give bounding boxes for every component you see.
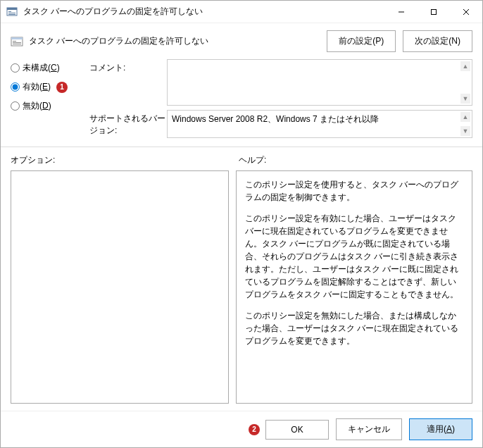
- nav-buttons: 前の設定(P) 次の設定(N): [327, 30, 472, 52]
- svg-rect-1: [7, 8, 17, 10]
- app-icon: [6, 6, 18, 18]
- version-value: Windows Server 2008 R2、Windows 7 またはそれ以降: [172, 114, 379, 124]
- svg-rect-6: [432, 9, 437, 14]
- annotation-badge-1: 1: [56, 82, 68, 93]
- svg-rect-2: [8, 11, 11, 12]
- options-label: オプション:: [11, 154, 229, 166]
- policy-icon: [11, 35, 23, 48]
- header-title: タスク バーへのプログラムの固定を許可しない: [29, 35, 327, 47]
- help-panel: このポリシー設定を使用すると、タスク バーへのプログラムの固定を制御できます。 …: [236, 170, 472, 404]
- close-button[interactable]: [450, 1, 482, 23]
- config-area: 未構成(C) 有効(E) 1 無効(D) コメント: ▲ ▼ サポートされる: [1, 59, 482, 147]
- titlebar: タスク バーへのプログラムの固定を許可しない: [1, 1, 482, 23]
- svg-rect-13: [13, 44, 21, 44]
- prev-setting-button[interactable]: 前の設定(P): [327, 30, 396, 52]
- cancel-button[interactable]: キャンセル: [336, 418, 402, 440]
- svg-rect-4: [8, 14, 15, 15]
- ok-button[interactable]: OK: [265, 420, 329, 440]
- help-paragraph: このポリシー設定を有効にした場合、ユーザーはタスク バーに現在固定されているプロ…: [245, 212, 463, 301]
- panel-labels: オプション: ヘルプ:: [1, 147, 482, 170]
- comment-input[interactable]: ▲ ▼: [167, 59, 472, 106]
- options-panel: [11, 170, 229, 404]
- annotation-badge-2: 2: [249, 424, 260, 435]
- radio-disabled-label[interactable]: 無効(D): [23, 100, 51, 112]
- svg-rect-12: [13, 42, 21, 43]
- radio-enabled[interactable]: [11, 82, 20, 92]
- radio-not-configured-label[interactable]: 未構成(C): [23, 62, 60, 74]
- scroll-down-icon[interactable]: ▼: [460, 94, 470, 104]
- next-setting-button[interactable]: 次の設定(N): [403, 30, 472, 52]
- minimize-button[interactable]: [385, 1, 418, 23]
- scroll-down-icon[interactable]: ▼: [460, 126, 470, 136]
- help-label: ヘルプ:: [239, 154, 266, 166]
- fields: コメント: ▲ ▼ サポートされるバージョン: Windows Server 2…: [89, 59, 472, 138]
- maximize-button[interactable]: [418, 1, 450, 23]
- help-paragraph: このポリシー設定を無効にした場合、または構成しなかった場合、ユーザーはタスク バ…: [245, 309, 463, 347]
- scroll-up-icon[interactable]: ▲: [460, 112, 470, 122]
- panels: このポリシー設定を使用すると、タスク バーへのプログラムの固定を制御できます。 …: [1, 170, 482, 411]
- svg-rect-10: [11, 37, 23, 39]
- svg-rect-11: [13, 41, 16, 42]
- window-title: タスク バーへのプログラムの固定を許可しない: [23, 6, 385, 18]
- comment-label: コメント:: [89, 59, 167, 106]
- version-label: サポートされるバージョン:: [89, 110, 167, 138]
- apply-button[interactable]: 適用(A): [409, 418, 472, 440]
- policy-window: タスク バーへのプログラムの固定を許可しない タスク バーへのプログラムの固定を…: [0, 0, 483, 448]
- radio-disabled[interactable]: [11, 101, 20, 111]
- radio-enabled-label[interactable]: 有効(E): [23, 81, 51, 93]
- radio-group: 未構成(C) 有効(E) 1 無効(D): [11, 59, 81, 138]
- help-paragraph: このポリシー設定を使用すると、タスク バーへのプログラムの固定を制御できます。: [245, 178, 463, 204]
- window-controls: [385, 1, 482, 23]
- version-box: Windows Server 2008 R2、Windows 7 またはそれ以降…: [167, 110, 472, 138]
- footer: 2 OK キャンセル 適用(A): [1, 411, 482, 447]
- radio-not-configured[interactable]: [11, 63, 20, 73]
- scroll-up-icon[interactable]: ▲: [460, 61, 470, 71]
- svg-rect-3: [8, 13, 15, 13]
- header: タスク バーへのプログラムの固定を許可しない 前の設定(P) 次の設定(N): [1, 23, 482, 59]
